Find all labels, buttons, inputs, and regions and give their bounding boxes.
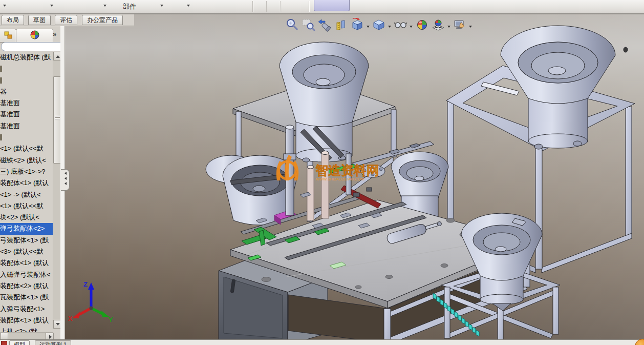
- watermark-subtext: WWW.ZHIZAOZILIAO.COM: [316, 177, 364, 181]
- hide-show-items-button[interactable]: [393, 17, 407, 32]
- zoom-to-fit-button[interactable]: [285, 17, 299, 32]
- scrollbar-thumb[interactable]: [1, 333, 8, 339]
- scroll-down-button[interactable]: [53, 320, 60, 329]
- graphics-viewport[interactable]: 智造资料网 WWW.ZHIZAOZILIAO.COM Z X Y: [65, 14, 644, 339]
- collapse-arrow-icon: [63, 172, 67, 175]
- tree-vertical-scrollbar[interactable]: [53, 52, 60, 329]
- tree-item-label: 弹弓装配体<2>: [0, 225, 45, 232]
- tree-item[interactable]: 磁铁<2> (默认<: [0, 155, 53, 166]
- scroll-up-button[interactable]: [53, 52, 60, 60]
- tree-item[interactable]: 装配体<1> (默认: [0, 315, 53, 326]
- tree-filter-input[interactable]: [1, 42, 60, 51]
- tree-item[interactable]: 基准面: [0, 120, 53, 132]
- tree-item[interactable]: <1> (默认<<默: [0, 200, 53, 212]
- display-manager-tab[interactable]: [16, 29, 53, 43]
- command-manager-tab-bar: 布局 草图 评估 办公室产品: [0, 14, 134, 26]
- toolbar-separator: [280, 1, 281, 12]
- tree-item[interactable]: 基准面: [0, 109, 53, 120]
- tree-item[interactable]: 装配体<1> (默认: [0, 177, 53, 189]
- tree-item[interactable]: 器: [0, 86, 53, 97]
- tree-horizontal-scrollbar[interactable]: [0, 332, 53, 339]
- clipped-icon: [0, 134, 2, 140]
- tree-item[interactable]: 装配体<1> (默认: [0, 257, 53, 269]
- tab-label: 草图: [33, 16, 46, 24]
- tree-item[interactable]: 瓦装配体<1> (默: [0, 292, 53, 303]
- tree-item[interactable]: 上机 <2> (默: [0, 326, 53, 332]
- tree-item[interactable]: 装配体<2> (默认: [0, 280, 53, 292]
- tree-item-label: <1> (默认<<默: [0, 202, 44, 210]
- tree-item-label: 入弹弓装配<1>: [0, 305, 45, 313]
- clipped-icon: [0, 66, 2, 72]
- toolbar-separator: [252, 1, 253, 12]
- small-part: [624, 47, 628, 52]
- apply-scene-dropdown[interactable]: [447, 26, 450, 29]
- feature-tree-icon: [0, 29, 13, 41]
- display-style-button[interactable]: [372, 17, 386, 32]
- tab-evaluate[interactable]: 评估: [55, 15, 77, 25]
- tree-item-label: 装配体<1> (默认: [0, 259, 49, 267]
- tree-item[interactable]: 入弹弓装配<1>: [0, 303, 53, 315]
- tab-motion-study-1[interactable]: 运动算例 1: [35, 340, 71, 345]
- tab-layout[interactable]: 布局: [2, 15, 24, 25]
- feature-manager-panel: » 磁机总装配体 (默 器 基准面 基准面 基准面 <1> (默认<<默 磁铁<…: [0, 26, 60, 339]
- collapse-arrow-icon: [63, 177, 67, 180]
- tree-item[interactable]: <1> -> (默认<: [0, 189, 53, 200]
- tab-label: 布局: [7, 16, 19, 24]
- tab-office-products[interactable]: 办公室产品: [82, 15, 123, 25]
- panel-overflow-chevron[interactable]: »: [53, 30, 56, 38]
- previous-view-button[interactable]: [317, 17, 332, 32]
- toolbar-dropdown-arrow[interactable]: [187, 5, 190, 8]
- tree-item-label: 装配体<1> (默认: [0, 179, 49, 187]
- toolbar-separator: [309, 1, 309, 12]
- view-settings-dropdown[interactable]: [469, 26, 472, 29]
- tree-item[interactable]: 块<2> (默认<: [0, 212, 53, 223]
- scroll-right-button[interactable]: [46, 333, 54, 339]
- tree-item[interactable]: 基准面: [0, 97, 53, 109]
- tree-item[interactable]: 入磁弹弓装配体<: [0, 269, 53, 280]
- pressed-toolbar-button[interactable]: [314, 0, 350, 11]
- toolbar-dropdown-arrow[interactable]: [103, 5, 106, 8]
- feature-manager-tab[interactable]: [0, 29, 16, 43]
- section-view-button[interactable]: [334, 17, 348, 32]
- component-toolbar-label: 部件: [123, 2, 136, 11]
- toolbar-dropdown-arrow[interactable]: [50, 5, 53, 8]
- triad-z-label: Z: [83, 280, 88, 288]
- hide-show-items-dropdown[interactable]: [410, 26, 413, 29]
- toolbar-dropdown-arrow[interactable]: [3, 5, 6, 8]
- up-arrow-icon: [56, 53, 60, 58]
- tree-item[interactable]: [0, 132, 53, 143]
- tree-item-label: 三) 底板<1>->?: [0, 168, 46, 175]
- tree-item[interactable]: 磁机总装配体 (默: [0, 52, 53, 63]
- tree-item[interactable]: [0, 63, 53, 74]
- clipped-icon: [0, 77, 2, 84]
- right-arrow-icon: [49, 335, 54, 339]
- view-settings-button[interactable]: [453, 17, 467, 32]
- appearance-ball-icon: [16, 29, 52, 41]
- scrollbar-thumb[interactable]: [53, 76, 60, 164]
- tree-item[interactable]: 弓装配体<1> (默: [0, 235, 53, 246]
- display-style-dropdown[interactable]: [388, 26, 391, 29]
- toolbar-dropdown-arrow[interactable]: [160, 5, 163, 8]
- tab-label: 办公室产品: [87, 16, 118, 24]
- tree-item-label: <3> (默认<<默: [0, 248, 44, 255]
- tree-item-label: 上机 <2> (默: [0, 328, 37, 332]
- tree-item-label: 器: [0, 88, 7, 95]
- view-orientation-button[interactable]: [350, 17, 364, 32]
- zoom-to-area-button[interactable]: [301, 17, 315, 32]
- tree-item[interactable]: <3> (默认<<默: [0, 246, 53, 257]
- edit-appearance-button[interactable]: [415, 17, 429, 32]
- tab-sketch[interactable]: 草图: [28, 15, 51, 25]
- tree-item-selected[interactable]: 弹弓装配体<2>: [0, 223, 53, 234]
- panel-collapse-handle[interactable]: [61, 169, 70, 191]
- tree-item-label: 装配体<2> (默认: [0, 282, 49, 290]
- tree-item[interactable]: <1> (默认<<默: [0, 143, 53, 154]
- apply-scene-button[interactable]: [431, 17, 445, 32]
- tab-model[interactable]: 模型: [9, 340, 30, 345]
- study-bar-icon: [1, 341, 7, 345]
- view-orientation-dropdown[interactable]: [367, 26, 370, 29]
- tab-label: 评估: [60, 16, 72, 24]
- tree-item-label: 基准面: [0, 110, 20, 118]
- tree-item[interactable]: 三) 底板<1>->?: [0, 166, 53, 177]
- tree-item-label: 装配体<1> (默认: [0, 316, 49, 324]
- tree-item[interactable]: [0, 75, 53, 86]
